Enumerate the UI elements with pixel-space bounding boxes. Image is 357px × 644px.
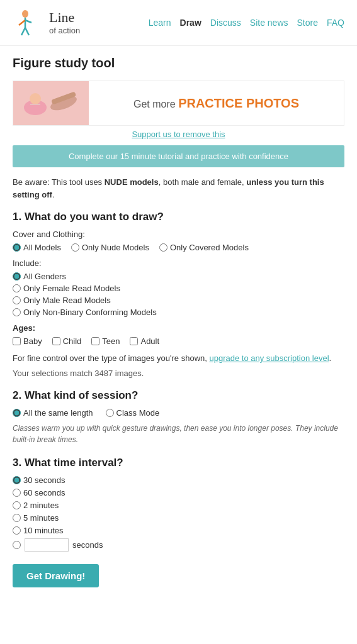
svg-line-2	[19, 20, 25, 25]
cover-covered-radio[interactable]	[159, 243, 167, 252]
gender-all-radio[interactable]	[13, 272, 21, 280]
cover-all-models[interactable]: All Models	[13, 243, 61, 252]
logo-text: Line of action	[49, 9, 80, 36]
svg-point-0	[22, 10, 28, 18]
session-class-radio[interactable]	[106, 409, 114, 417]
session-same-radio[interactable]	[13, 409, 21, 417]
get-drawing-button[interactable]: Get Drawing!	[13, 564, 99, 587]
upgrade-text: For fine control over the type of images…	[13, 352, 344, 365]
custom-time-row: seconds	[13, 538, 344, 552]
svg-rect-6	[13, 81, 89, 125]
cover-all-radio[interactable]	[13, 243, 21, 252]
session-class-mode[interactable]: Class Mode	[106, 408, 160, 418]
include-male[interactable]: Only Male Read Models	[13, 296, 344, 305]
svg-rect-11	[30, 104, 40, 105]
warning-text: Be aware: This tool uses NUDE models, bo…	[13, 176, 344, 201]
age-options: Baby Child Teen Adult	[13, 336, 344, 346]
include-all-genders[interactable]: All Genders	[13, 272, 344, 281]
age-teen-checkbox[interactable]	[91, 337, 99, 345]
ages-label: Ages:	[13, 323, 344, 333]
session-options: All the same length Class Mode	[13, 408, 344, 418]
upgrade-link[interactable]: upgrade to any subscription level	[209, 353, 329, 363]
session-same-length[interactable]: All the same length	[13, 408, 93, 418]
time-5m[interactable]: 5 minutes	[13, 513, 344, 523]
time-custom-radio[interactable]	[13, 541, 21, 549]
gender-nonbinary-radio[interactable]	[13, 308, 21, 316]
age-adult-checkbox[interactable]	[130, 337, 138, 345]
logo-area: Line of action	[13, 6, 149, 39]
tutorial-bar[interactable]: Complete our 15 minute tutorial and prac…	[13, 145, 344, 167]
nav-faq[interactable]: FAQ	[327, 18, 344, 28]
cover-nude-models[interactable]: Only Nude Models	[71, 243, 149, 252]
age-teen[interactable]: Teen	[91, 336, 120, 346]
svg-line-4	[21, 28, 25, 35]
page-title: Figure study tool	[13, 56, 344, 70]
cover-nude-radio[interactable]	[71, 243, 79, 252]
age-baby-checkbox[interactable]	[13, 337, 21, 345]
nav-discuss[interactable]: Discuss	[210, 18, 241, 28]
cover-label: Cover and Clothing:	[13, 230, 344, 239]
include-female[interactable]: Only Female Read Models	[13, 284, 344, 293]
ad-banner: Get more PRACTICE PHOTOS	[13, 80, 344, 126]
ad-figure-svg	[13, 81, 89, 125]
svg-point-10	[30, 93, 41, 104]
nav-draw[interactable]: Draw	[180, 18, 201, 28]
gender-female-radio[interactable]	[13, 284, 21, 292]
class-mode-desc: Classes warm you up with quick gesture d…	[13, 423, 344, 445]
main-nav: Learn Draw Discuss Site news Store FAQ	[149, 18, 344, 28]
age-child[interactable]: Child	[52, 336, 82, 346]
time-5m-radio[interactable]	[13, 514, 21, 522]
support-link[interactable]: Support us to remove this	[13, 130, 344, 139]
cover-covered-models[interactable]: Only Covered Models	[159, 243, 249, 252]
age-adult[interactable]: Adult	[130, 336, 159, 346]
time-10m-radio[interactable]	[13, 526, 21, 535]
nav-store[interactable]: Store	[297, 18, 318, 28]
time-options: 30 seconds 60 seconds 2 minutes 5 minute…	[13, 475, 344, 552]
include-options: All Genders Only Female Read Models Only…	[13, 272, 344, 317]
logo-line: Line	[49, 9, 80, 26]
svg-line-5	[25, 28, 29, 35]
match-text: Your selections match 3487 images.	[13, 369, 344, 378]
age-baby[interactable]: Baby	[13, 336, 42, 346]
ad-text: Get more PRACTICE PHOTOS	[89, 90, 344, 117]
include-label: Include:	[13, 258, 344, 268]
nav-site-news[interactable]: Site news	[250, 18, 288, 28]
age-child-checkbox[interactable]	[52, 337, 60, 345]
include-nonbinary[interactable]: Only Non-Binary Conforming Models	[13, 308, 344, 317]
time-2m[interactable]: 2 minutes	[13, 501, 344, 510]
svg-line-3	[25, 20, 31, 23]
ad-get-more: Get more PRACTICE PHOTOS	[98, 96, 335, 111]
logo-sub: of action	[49, 26, 80, 35]
time-60s-radio[interactable]	[13, 489, 21, 497]
time-60s[interactable]: 60 seconds	[13, 488, 344, 497]
ad-image	[13, 81, 89, 125]
time-30s[interactable]: 30 seconds	[13, 475, 344, 485]
nav-learn[interactable]: Learn	[149, 18, 171, 28]
section3-title: 3. What time interval?	[13, 457, 344, 469]
logo-icon	[13, 6, 45, 39]
gender-male-radio[interactable]	[13, 296, 21, 304]
custom-time-input[interactable]	[25, 538, 69, 552]
time-30s-radio[interactable]	[13, 476, 21, 484]
section1-title: 1. What do you want to draw?	[13, 211, 344, 223]
time-10m[interactable]: 10 minutes	[13, 526, 344, 535]
ad-practice-photos: PRACTICE PHOTOS	[178, 96, 299, 110]
time-2m-radio[interactable]	[13, 501, 21, 509]
section2-title: 2. What kind of session?	[13, 389, 344, 402]
cover-options: All Models Only Nude Models Only Covered…	[13, 243, 344, 252]
